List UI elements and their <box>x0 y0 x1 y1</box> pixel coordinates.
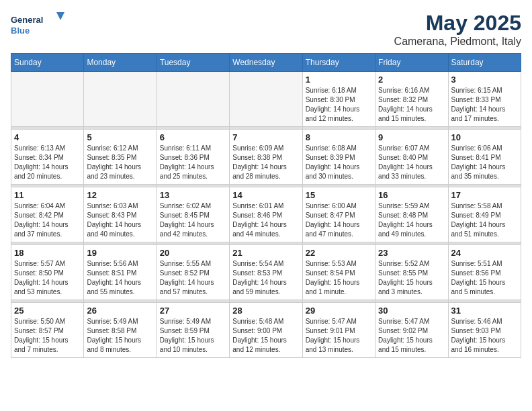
weekday-header-tuesday: Tuesday <box>157 54 229 72</box>
weekday-header-friday: Friday <box>375 54 448 72</box>
calendar-cell <box>84 72 157 127</box>
day-info: Sunrise: 6:06 AM Sunset: 8:41 PM Dayligh… <box>451 144 518 181</box>
day-info: Sunrise: 6:00 AM Sunset: 8:47 PM Dayligh… <box>306 201 372 239</box>
day-info: Sunrise: 5:53 AM Sunset: 8:54 PM Dayligh… <box>306 259 372 297</box>
day-info: Sunrise: 6:12 AM Sunset: 8:35 PM Dayligh… <box>87 144 153 181</box>
day-number: 17 <box>451 190 518 200</box>
day-number: 10 <box>451 132 518 142</box>
svg-text:General: General <box>11 15 43 25</box>
day-info: Sunrise: 6:01 AM Sunset: 8:46 PM Dayligh… <box>232 201 299 239</box>
calendar-cell: 5Sunrise: 6:12 AM Sunset: 8:35 PM Daylig… <box>84 130 157 185</box>
calendar-cell: 12Sunrise: 6:03 AM Sunset: 8:43 PM Dayli… <box>84 187 157 242</box>
calendar-cell: 8Sunrise: 6:08 AM Sunset: 8:39 PM Daylig… <box>302 130 375 185</box>
day-info: Sunrise: 5:50 AM Sunset: 8:57 PM Dayligh… <box>14 317 81 355</box>
day-info: Sunrise: 5:54 AM Sunset: 8:53 PM Dayligh… <box>232 259 299 297</box>
weekday-header-saturday: Saturday <box>448 54 521 72</box>
calendar-cell: 4Sunrise: 6:13 AM Sunset: 8:34 PM Daylig… <box>11 130 84 185</box>
day-info: Sunrise: 5:48 AM Sunset: 9:00 PM Dayligh… <box>232 317 299 355</box>
calendar-week-5: 25Sunrise: 5:50 AM Sunset: 8:57 PM Dayli… <box>11 303 521 358</box>
day-info: Sunrise: 6:11 AM Sunset: 8:36 PM Dayligh… <box>160 144 226 181</box>
calendar-cell <box>11 72 84 127</box>
weekday-header-thursday: Thursday <box>302 54 375 72</box>
day-number: 27 <box>160 306 226 316</box>
day-number: 7 <box>232 132 299 142</box>
day-info: Sunrise: 5:59 AM Sunset: 8:48 PM Dayligh… <box>378 201 445 239</box>
calendar-cell: 15Sunrise: 6:00 AM Sunset: 8:47 PM Dayli… <box>302 187 375 242</box>
svg-marker-2 <box>56 12 64 20</box>
calendar-week-3: 11Sunrise: 6:04 AM Sunset: 8:42 PM Dayli… <box>11 187 521 242</box>
day-number: 11 <box>14 190 81 200</box>
day-number: 30 <box>378 306 445 316</box>
day-number: 22 <box>306 248 372 258</box>
day-info: Sunrise: 6:09 AM Sunset: 8:38 PM Dayligh… <box>232 144 299 181</box>
title-area: May 2025 Camerana, Piedmont, Italy <box>394 11 521 48</box>
day-number: 29 <box>306 306 372 316</box>
weekday-header-monday: Monday <box>84 54 157 72</box>
svg-text:Blue: Blue <box>11 26 30 36</box>
day-number: 1 <box>306 75 372 85</box>
day-number: 26 <box>87 306 153 316</box>
weekday-header-sunday: Sunday <box>11 54 84 72</box>
day-number: 12 <box>87 190 153 200</box>
calendar-cell: 11Sunrise: 6:04 AM Sunset: 8:42 PM Dayli… <box>11 187 84 242</box>
day-info: Sunrise: 5:55 AM Sunset: 8:52 PM Dayligh… <box>160 259 226 297</box>
day-info: Sunrise: 5:52 AM Sunset: 8:55 PM Dayligh… <box>378 259 445 297</box>
day-info: Sunrise: 6:08 AM Sunset: 8:39 PM Dayligh… <box>306 144 372 181</box>
calendar-cell: 17Sunrise: 5:58 AM Sunset: 8:49 PM Dayli… <box>448 187 521 242</box>
calendar-cell: 16Sunrise: 5:59 AM Sunset: 8:48 PM Dayli… <box>375 187 448 242</box>
day-info: Sunrise: 6:18 AM Sunset: 8:30 PM Dayligh… <box>306 86 372 124</box>
calendar-cell: 25Sunrise: 5:50 AM Sunset: 8:57 PM Dayli… <box>11 303 84 358</box>
calendar-cell: 31Sunrise: 5:46 AM Sunset: 9:03 PM Dayli… <box>448 303 521 358</box>
calendar-week-2: 4Sunrise: 6:13 AM Sunset: 8:34 PM Daylig… <box>11 130 521 185</box>
calendar-cell: 27Sunrise: 5:49 AM Sunset: 8:59 PM Dayli… <box>157 303 229 358</box>
calendar-table: SundayMondayTuesdayWednesdayThursdayFrid… <box>11 53 521 358</box>
calendar-cell: 18Sunrise: 5:57 AM Sunset: 8:50 PM Dayli… <box>11 245 84 300</box>
day-number: 21 <box>232 248 299 258</box>
calendar-cell: 20Sunrise: 5:55 AM Sunset: 8:52 PM Dayli… <box>157 245 229 300</box>
day-info: Sunrise: 5:47 AM Sunset: 9:02 PM Dayligh… <box>378 317 445 355</box>
weekday-header-row: SundayMondayTuesdayWednesdayThursdayFrid… <box>11 54 521 72</box>
calendar-cell: 9Sunrise: 6:07 AM Sunset: 8:40 PM Daylig… <box>375 130 448 185</box>
day-info: Sunrise: 5:56 AM Sunset: 8:51 PM Dayligh… <box>87 259 153 297</box>
page-header: General Blue May 2025 Camerana, Piedmont… <box>11 11 521 48</box>
day-info: Sunrise: 6:03 AM Sunset: 8:43 PM Dayligh… <box>87 201 153 239</box>
day-number: 16 <box>378 190 445 200</box>
day-number: 15 <box>306 190 372 200</box>
day-number: 8 <box>306 132 372 142</box>
day-info: Sunrise: 6:15 AM Sunset: 8:33 PM Dayligh… <box>451 86 518 124</box>
day-number: 18 <box>14 248 81 258</box>
calendar-cell: 14Sunrise: 6:01 AM Sunset: 8:46 PM Dayli… <box>230 187 302 242</box>
calendar-cell: 26Sunrise: 5:49 AM Sunset: 8:58 PM Dayli… <box>84 303 157 358</box>
day-number: 31 <box>451 306 518 316</box>
day-info: Sunrise: 5:46 AM Sunset: 9:03 PM Dayligh… <box>451 317 518 355</box>
day-info: Sunrise: 6:04 AM Sunset: 8:42 PM Dayligh… <box>14 201 81 239</box>
calendar-cell: 30Sunrise: 5:47 AM Sunset: 9:02 PM Dayli… <box>375 303 448 358</box>
calendar-cell: 21Sunrise: 5:54 AM Sunset: 8:53 PM Dayli… <box>230 245 302 300</box>
calendar-cell: 28Sunrise: 5:48 AM Sunset: 9:00 PM Dayli… <box>230 303 302 358</box>
day-info: Sunrise: 5:57 AM Sunset: 8:50 PM Dayligh… <box>14 259 81 297</box>
day-info: Sunrise: 6:07 AM Sunset: 8:40 PM Dayligh… <box>378 144 445 181</box>
day-number: 20 <box>160 248 226 258</box>
calendar-cell: 13Sunrise: 6:02 AM Sunset: 8:45 PM Dayli… <box>157 187 229 242</box>
day-number: 3 <box>451 75 518 85</box>
day-number: 6 <box>160 132 226 142</box>
calendar-cell: 7Sunrise: 6:09 AM Sunset: 8:38 PM Daylig… <box>230 130 302 185</box>
day-info: Sunrise: 6:02 AM Sunset: 8:45 PM Dayligh… <box>160 201 226 239</box>
location: Camerana, Piedmont, Italy <box>394 36 521 48</box>
day-info: Sunrise: 6:13 AM Sunset: 8:34 PM Dayligh… <box>14 144 81 181</box>
day-number: 4 <box>14 132 81 142</box>
day-number: 24 <box>451 248 518 258</box>
day-number: 5 <box>87 132 153 142</box>
calendar-week-1: 1Sunrise: 6:18 AM Sunset: 8:30 PM Daylig… <box>11 72 521 127</box>
calendar-cell: 24Sunrise: 5:51 AM Sunset: 8:56 PM Dayli… <box>448 245 521 300</box>
month-title: May 2025 <box>394 11 521 36</box>
day-number: 13 <box>160 190 226 200</box>
day-number: 9 <box>378 132 445 142</box>
day-number: 23 <box>378 248 445 258</box>
day-info: Sunrise: 5:49 AM Sunset: 8:58 PM Dayligh… <box>87 317 153 355</box>
day-number: 28 <box>232 306 299 316</box>
calendar-cell <box>230 72 302 127</box>
calendar-cell: 22Sunrise: 5:53 AM Sunset: 8:54 PM Dayli… <box>302 245 375 300</box>
weekday-header-wednesday: Wednesday <box>230 54 302 72</box>
day-info: Sunrise: 6:16 AM Sunset: 8:32 PM Dayligh… <box>378 86 445 124</box>
